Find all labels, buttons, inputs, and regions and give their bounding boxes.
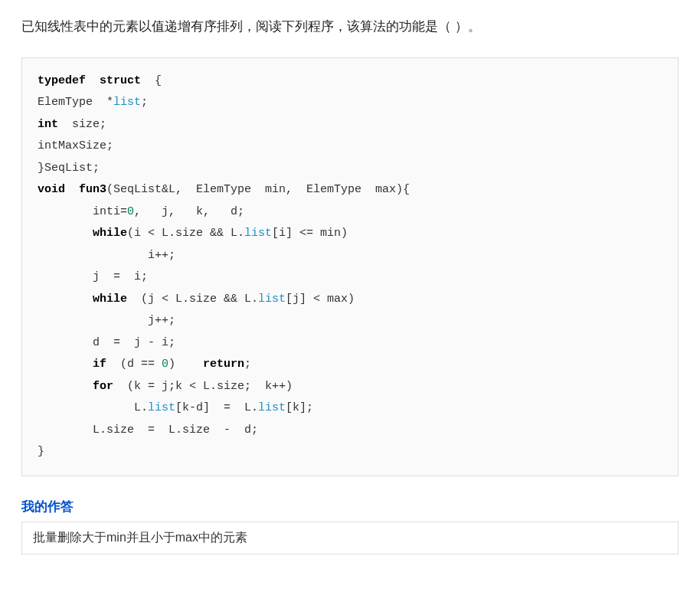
code-keyword: return — [203, 358, 244, 371]
code-text — [38, 227, 93, 240]
code-text: size; — [58, 118, 106, 131]
code-text — [38, 293, 93, 306]
code-text: } — [38, 445, 44, 458]
code-text: [k-d] = L. — [175, 401, 258, 414]
code-text — [38, 358, 93, 371]
answer-text: 批量删除大于min并且小于max中的元素 — [33, 531, 247, 544]
code-text: , j, k, d; — [134, 205, 244, 218]
code-number: 0 — [127, 205, 134, 218]
code-text: ; — [141, 96, 148, 109]
code-text — [38, 380, 93, 393]
code-text: ; — [244, 358, 251, 371]
code-keyword: while — [93, 293, 127, 306]
code-text: L. — [38, 401, 148, 414]
my-answer-heading: 我的作答 — [21, 498, 679, 515]
code-text: (j < L.size && L. — [127, 293, 258, 306]
code-text: (d == — [106, 358, 162, 371]
question-text: 已知线性表中的元素以值递增有序排列，阅读下列程序，该算法的功能是（ ）。 — [21, 15, 679, 39]
code-text: [k]; — [286, 401, 313, 414]
code-identifier: list — [148, 401, 175, 414]
code-text: ElemType * — [38, 96, 113, 109]
code-text: [j] < max) — [286, 293, 355, 306]
code-identifier: list — [258, 293, 286, 306]
code-text: { — [141, 74, 162, 87]
code-text: i++; — [38, 249, 175, 262]
code-text: j++; — [38, 314, 175, 327]
code-text: (i < L.size && L. — [127, 227, 244, 240]
code-identifier: list — [258, 401, 286, 414]
code-text: }SeqList; — [38, 162, 100, 175]
code-text: intMaxSize; — [38, 139, 113, 152]
code-identifier: list — [244, 227, 272, 240]
code-keyword: if — [93, 358, 106, 371]
code-text: (SeqList&L, ElemType min, ElemType max){ — [106, 183, 410, 196]
code-keyword: int — [38, 118, 58, 131]
code-block: typedef struct { ElemType *list; int siz… — [21, 57, 679, 476]
code-text: L.size = L.size - d; — [38, 424, 258, 437]
code-keyword: for — [93, 380, 113, 393]
code-text: inti= — [38, 205, 127, 218]
code-text: [i] <= min) — [272, 227, 348, 240]
code-number: 0 — [162, 358, 168, 371]
code-text: d = j - i; — [38, 336, 175, 349]
code-text: ) — [168, 358, 203, 371]
answer-box: 批量删除大于min并且小于max中的元素 — [21, 522, 679, 554]
code-keyword: void fun3 — [38, 183, 106, 196]
code-identifier: list — [113, 96, 141, 109]
code-text: j = i; — [38, 270, 148, 283]
code-keyword: typedef struct — [38, 74, 141, 87]
code-text: (k = j;k < L.size; k++) — [113, 380, 293, 393]
code-keyword: while — [93, 227, 127, 240]
